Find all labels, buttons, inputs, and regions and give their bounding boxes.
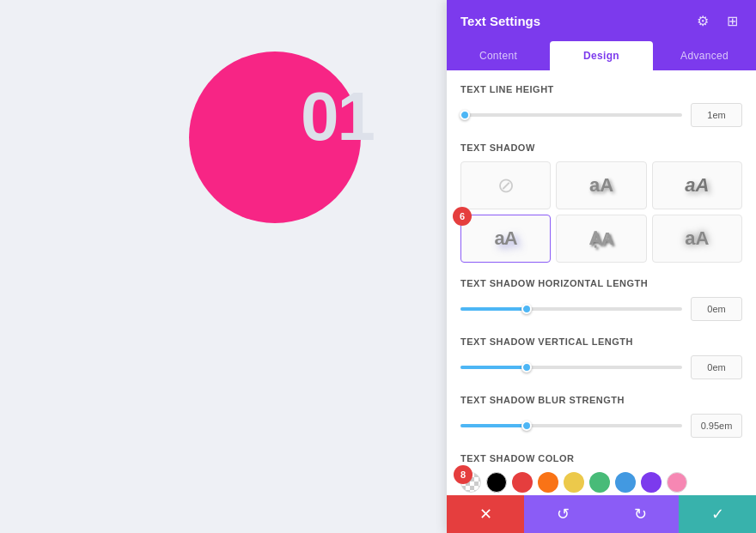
color-swatch-yellow[interactable] [564, 472, 584, 493]
reset-button[interactable]: ↺ [524, 495, 601, 533]
text-shadow-v-slider-row: 0em [460, 355, 742, 379]
text-shadow-color-label: Text Shadow Color [460, 453, 742, 463]
restore-button[interactable]: ↻ [601, 495, 679, 533]
text-line-height-slider[interactable] [460, 106, 682, 124]
shadow-cell-4-text: ẠA [589, 228, 613, 249]
text-shadow-blur-section: Text Shadow Blur Strength 0.95em [460, 395, 742, 438]
text-shadow-h-label: Text Shadow Horizontal Length [460, 278, 742, 288]
shadow-cell-none[interactable]: ⊘ [460, 161, 551, 209]
text-shadow-grid: ⊘ aA aA 6 aA ẠA aA [460, 161, 742, 263]
tabs-bar: Content Design Advanced [447, 41, 756, 70]
text-shadow-label: Text Shadow [460, 142, 742, 153]
text-shadow-blur-value[interactable]: 0.95em [691, 414, 742, 438]
color-swatch-black[interactable] [486, 472, 507, 493]
no-shadow-icon: ⊘ [497, 173, 515, 197]
text-shadow-h-slider-row: 0em [460, 297, 742, 321]
text-shadow-color-section: Text Shadow Color 8 ··· Saved Recent [460, 453, 742, 495]
text-shadow-blur-slider-row: 0.95em [460, 414, 742, 438]
panel-title: Text Settings [460, 14, 540, 28]
color-swatch-orange[interactable] [538, 472, 558, 493]
shadow-cell-3[interactable]: 6 aA [460, 215, 551, 263]
tab-content[interactable]: Content [447, 41, 550, 70]
panel-content: Text Line Height 1em Text Shadow ⊘ [447, 70, 756, 495]
confirm-button[interactable]: ✓ [679, 495, 756, 533]
settings-icon[interactable]: ⚙ [692, 10, 713, 31]
color-swatch-purple[interactable] [641, 472, 662, 493]
text-line-height-section: Text Line Height 1em [460, 84, 742, 127]
shadow-cell-1[interactable]: aA [556, 161, 646, 209]
text-shadow-section: Text Shadow ⊘ aA aA 6 aA ẠA [460, 142, 742, 263]
color-swatch-red[interactable] [512, 472, 533, 493]
text-shadow-blur-slider[interactable] [460, 417, 682, 434]
color-swatch-blue[interactable] [615, 472, 636, 493]
shadow-cell-2[interactable]: aA [652, 161, 742, 209]
shadow-badge-6: 6 [453, 207, 472, 226]
text-line-height-slider-row: 1em [460, 103, 742, 127]
text-line-height-label: Text Line Height [460, 84, 742, 94]
panel-footer: ✕ ↺ ↻ ✓ [447, 495, 756, 533]
panel-header: Text Settings ⚙ ⊞ [447, 0, 756, 41]
text-shadow-v-value[interactable]: 0em [691, 355, 742, 379]
text-shadow-h-value[interactable]: 0em [691, 297, 742, 321]
shadow-cell-4[interactable]: ẠA [556, 215, 646, 263]
shadow-cell-5-text: aA [685, 227, 709, 250]
canvas-number: 01 [301, 77, 374, 156]
text-shadow-h-section: Text Shadow Horizontal Length 0em [460, 278, 742, 321]
tab-design[interactable]: Design [550, 41, 653, 70]
shadow-cell-5[interactable]: aA [652, 215, 742, 263]
text-shadow-v-slider[interactable] [460, 359, 682, 376]
text-shadow-v-section: Text Shadow Vertical Length 0em [460, 336, 742, 379]
text-line-height-value[interactable]: 1em [691, 103, 742, 127]
colors-row: 8 [460, 472, 742, 493]
settings-panel: Text Settings ⚙ ⊞ Content Design Advance… [447, 0, 756, 533]
shadow-cell-2-text: aA [685, 174, 709, 197]
shadow-cell-1-text: aA [589, 174, 613, 197]
canvas-area: 01 [0, 0, 412, 533]
panel-header-icons: ⚙ ⊞ [692, 10, 742, 31]
text-shadow-h-slider[interactable] [460, 300, 682, 318]
shadow-cell-3-text: aA [495, 227, 517, 250]
color-swatch-pink[interactable] [667, 472, 687, 493]
color-swatch-green[interactable] [589, 472, 610, 493]
text-shadow-blur-label: Text Shadow Blur Strength [460, 395, 742, 405]
text-shadow-v-label: Text Shadow Vertical Length [460, 336, 742, 347]
cancel-button[interactable]: ✕ [447, 495, 524, 533]
expand-icon[interactable]: ⊞ [722, 10, 742, 31]
tab-advanced[interactable]: Advanced [653, 41, 756, 70]
color-badge-8: 8 [454, 465, 472, 484]
